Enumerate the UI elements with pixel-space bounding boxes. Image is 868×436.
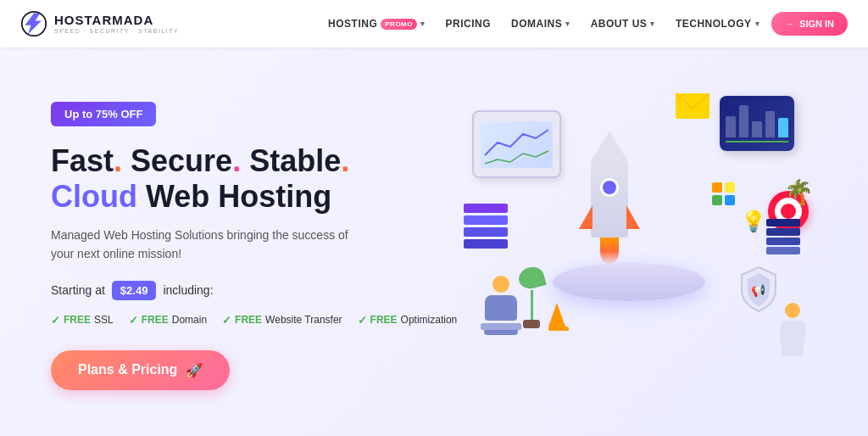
rocket-platform bbox=[553, 263, 705, 301]
rocket-illustration bbox=[591, 131, 628, 265]
bulb-illustration: 💡 bbox=[741, 210, 766, 233]
chevron-down-icon: ▾ bbox=[755, 20, 760, 28]
check-icon: ✓ bbox=[358, 314, 367, 327]
header: HOSTARMADA SPEED · SECURITY · STABILITY … bbox=[0, 0, 868, 48]
nav-domains[interactable]: DOMAINS ▾ bbox=[503, 13, 579, 35]
promo-badge: PROMO bbox=[381, 19, 417, 30]
rocket-icon: 🚀 bbox=[186, 362, 203, 378]
cta-label: Plans & Pricing bbox=[78, 362, 177, 377]
chart-svg bbox=[481, 121, 553, 168]
pricing-suffix: including: bbox=[163, 283, 213, 297]
envelope-illustration bbox=[676, 93, 709, 122]
nav-pricing[interactable]: PRICING bbox=[437, 13, 500, 35]
chevron-down-icon: ▾ bbox=[420, 20, 426, 28]
dot-2: . bbox=[232, 143, 241, 178]
check-icon: ✓ bbox=[222, 314, 231, 327]
feature-ssl: ✓ FREE SSL bbox=[51, 314, 114, 327]
feature-transfer: ✓ FREE Website Transfer bbox=[222, 314, 342, 327]
price-badge: $2.49 bbox=[112, 281, 157, 300]
dot-3: . bbox=[341, 143, 349, 178]
svg-text:📢: 📢 bbox=[751, 283, 766, 298]
feature-domain: ✓ FREE Domain bbox=[129, 314, 207, 327]
plant-illustration bbox=[519, 267, 544, 328]
signin-icon: → bbox=[785, 19, 794, 29]
color-boxes bbox=[712, 182, 735, 205]
nav-technology[interactable]: TECHNOLOGY ▾ bbox=[667, 13, 768, 35]
hero-illustration: 📢 💡 bbox=[458, 48, 817, 436]
traffic-cone-illustration bbox=[548, 303, 569, 331]
monitor-illustration bbox=[472, 110, 561, 178]
person-right-illustration bbox=[780, 303, 805, 356]
discount-badge: Up to 75% OFF bbox=[51, 102, 156, 126]
signin-button[interactable]: → SIGN IN bbox=[771, 12, 848, 36]
chart-bars bbox=[726, 102, 788, 137]
title-web-hosting: Web Hosting bbox=[137, 179, 331, 214]
title-cloud: Cloud bbox=[51, 179, 137, 214]
envelope-svg bbox=[676, 93, 709, 119]
dot-1: . bbox=[114, 143, 122, 178]
nav-about[interactable]: ABOUT US ▾ bbox=[582, 13, 664, 35]
title-fast: Fast bbox=[51, 143, 114, 178]
feature-optimization: ✓ FREE Optimization bbox=[358, 314, 458, 327]
features-row: ✓ FREE SSL ✓ FREE Domain ✓ FREE Website … bbox=[51, 314, 458, 327]
pricing-line: Starting at $2.49 including: bbox=[51, 281, 458, 300]
book-stack-left bbox=[464, 204, 508, 249]
dark-chart-illustration bbox=[720, 96, 794, 151]
brand-name: HOSTARMADA bbox=[54, 14, 179, 26]
hero-title: Fast. Secure. Stable. Cloud Web Hosting bbox=[51, 143, 458, 214]
title-stable: Stable bbox=[249, 143, 341, 178]
person-laptop-illustration bbox=[481, 276, 521, 335]
book-stack-right bbox=[766, 219, 800, 254]
title-secure: Secure bbox=[131, 143, 232, 178]
check-icon: ✓ bbox=[129, 314, 138, 327]
shield-svg: 📢 bbox=[737, 265, 780, 314]
cta-button[interactable]: Plans & Pricing 🚀 bbox=[51, 350, 230, 390]
hero-content: Up to 75% OFF Fast. Secure. Stable. Clou… bbox=[51, 93, 458, 390]
check-icon: ✓ bbox=[51, 314, 60, 327]
monitor-screen bbox=[481, 121, 553, 168]
svg-marker-0 bbox=[25, 14, 42, 35]
hero-subtitle: Managed Web Hosting Solutions bringing t… bbox=[51, 226, 373, 264]
pricing-prefix: Starting at bbox=[51, 283, 105, 297]
illustration: 📢 💡 bbox=[459, 81, 815, 403]
main-nav: HOSTING PROMO ▾ PRICING DOMAINS ▾ ABOUT … bbox=[320, 12, 848, 36]
hero-section: Up to 75% OFF Fast. Secure. Stable. Clou… bbox=[0, 48, 868, 436]
logo[interactable]: HOSTARMADA SPEED · SECURITY · STABILITY bbox=[20, 10, 179, 37]
palm-illustration: 🌴 bbox=[784, 178, 814, 206]
chevron-down-icon: ▾ bbox=[650, 20, 655, 28]
logo-icon bbox=[20, 10, 47, 37]
nav-hosting[interactable]: HOSTING PROMO ▾ bbox=[320, 13, 433, 35]
brand-tagline: SPEED · SECURITY · STABILITY bbox=[54, 28, 179, 34]
chevron-down-icon: ▾ bbox=[565, 20, 570, 28]
